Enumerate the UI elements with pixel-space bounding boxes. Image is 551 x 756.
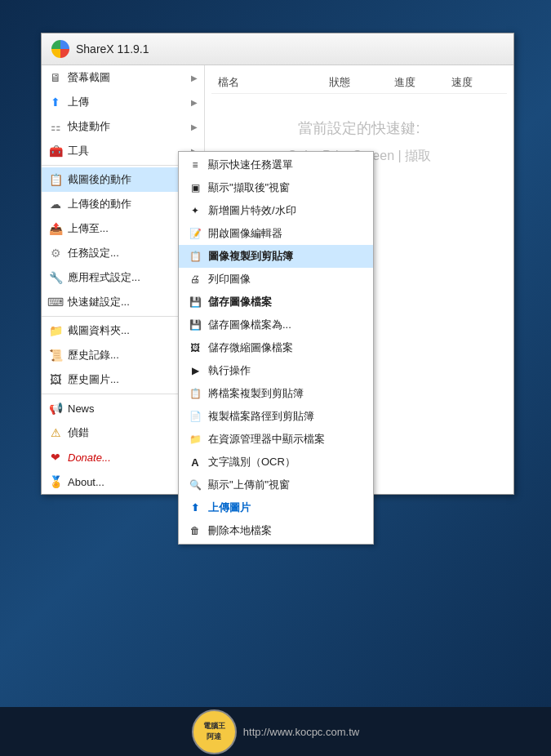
submenu-label-print: 列印圖像 — [208, 272, 251, 287]
quickaction-icon: ⚏ — [48, 119, 63, 134]
submenu-icon-ocr: A — [187, 456, 203, 469]
column-headers: 檔名 狀態 進度 速度 — [211, 72, 507, 94]
footer-logo: 電腦王 阿達 — [192, 709, 237, 754]
submenu-save-image[interactable]: 💾 儲存圖像檔案 — [179, 291, 373, 314]
folder-icon: 📁 — [48, 323, 63, 338]
submenu-delete-file[interactable]: 🗑 刪除本地檔案 — [179, 519, 373, 542]
upload-icon: ⬆ — [48, 95, 63, 109]
sidebar-item-screenshot[interactable]: 🖥 螢幕截圖 ▶ — [42, 65, 204, 90]
submenu-icon-save-thumbnail: 🖼 — [187, 341, 203, 354]
arrow-quickaction: ▶ — [191, 122, 198, 131]
sidebar-label-screenshot: 螢幕截圖 — [68, 70, 191, 85]
sidebar-label-after-capture: 截圖後的動作 — [68, 172, 191, 187]
app-logo — [51, 40, 69, 58]
submenu-icon-before-upload: 🔍 — [187, 478, 203, 491]
arrow-screenshot: ▶ — [191, 73, 198, 82]
history-icon: 📜 — [48, 348, 63, 362]
app-setting-icon: 🔧 — [48, 270, 63, 285]
debug-icon: ⚠ — [48, 425, 63, 440]
sidebar-item-quickaction[interactable]: ⚏ 快捷動作 ▶ — [42, 114, 204, 139]
submenu-icon-print: 🖨 — [187, 273, 203, 286]
after-upload-icon: ☁ — [48, 197, 63, 211]
submenu-show-in-explorer[interactable]: 📁 在資源管理器中顯示檔案 — [179, 428, 373, 451]
col-speed: 速度 — [451, 75, 500, 90]
submenu-icon-effect: ✦ — [187, 204, 203, 217]
hotkey-icon: ⌨ — [48, 295, 63, 309]
submenu-show-before-upload[interactable]: 🔍 顯示"上傳前"視窗 — [179, 474, 373, 496]
app-title: ShareX 11.9.1 — [76, 42, 149, 56]
submenu-icon-save-image-as: 💾 — [187, 318, 203, 331]
submenu-label-after-capture: 顯示"擷取後"視窗 — [208, 180, 290, 195]
history-img-icon: 🖼 — [48, 372, 63, 387]
col-status: 狀態 — [329, 75, 378, 90]
submenu-icon-copy-path: 📄 — [187, 410, 203, 423]
submenu-label-effect: 新增圖片特效/水印 — [208, 203, 296, 218]
submenu-execute[interactable]: ▶ 執行操作 — [179, 359, 373, 382]
col-progress: 進度 — [394, 75, 435, 90]
submenu-icon-editor: 📝 — [187, 227, 203, 240]
donate-icon: ❤ — [48, 450, 63, 465]
submenu-icon-copy-clipboard: 📋 — [187, 250, 203, 263]
submenu-label-delete: 刪除本地檔案 — [208, 523, 272, 538]
submenu-icon-save-image: 💾 — [187, 296, 203, 309]
submenu-label-save-image: 儲存圖像檔案 — [208, 295, 272, 309]
col-filename: 檔名 — [218, 75, 313, 90]
sidebar-label-quickaction: 快捷動作 — [68, 119, 191, 134]
submenu-label-upload-image: 上傳圖片 — [208, 500, 251, 515]
submenu-container: ≡ 顯示快速任務選單 ▣ 顯示"擷取後"視窗 ✦ 新增圖片特效/水印 📝 開啟圖… — [178, 151, 374, 545]
submenu-label-quick-task: 顯示快速任務選單 — [208, 158, 293, 172]
submenu-print[interactable]: 🖨 列印圖像 — [179, 268, 373, 291]
submenu-icon-quick-task: ≡ — [187, 158, 203, 171]
submenu-icon-after-capture: ▣ — [187, 181, 203, 194]
submenu-ocr[interactable]: A 文字識別（OCR） — [179, 451, 373, 474]
sidebar-label-after-upload: 上傳後的動作 — [68, 197, 191, 211]
submenu-icon-execute: ▶ — [187, 364, 203, 377]
footer-url: http://www.kocpc.com.tw — [243, 726, 359, 738]
task-setting-icon: ⚙ — [48, 246, 63, 260]
title-bar: ShareX 11.9.1 — [42, 33, 513, 65]
submenu-label-copy-clipboard: 圖像複製到剪貼簿 — [208, 249, 293, 264]
about-icon: 🏅 — [48, 474, 63, 489]
shortcut-title: 當前設定的快速鍵: — [228, 118, 491, 138]
submenu-label-save-image-as: 儲存圖像檔案為... — [208, 318, 291, 332]
sidebar-label-news: News — [68, 402, 184, 415]
submenu-label-execute: 執行操作 — [208, 363, 251, 378]
arrow-upload: ▶ — [191, 98, 198, 107]
screen-icon: 🖥 — [48, 70, 63, 85]
submenu-save-image-as[interactable]: 💾 儲存圖像檔案為... — [179, 314, 373, 336]
tools-icon: 🧰 — [48, 144, 63, 158]
submenu: ≡ 顯示快速任務選單 ▣ 顯示"擷取後"視窗 ✦ 新增圖片特效/水印 📝 開啟圖… — [178, 151, 374, 545]
submenu-label-editor: 開啟圖像編輯器 — [208, 226, 282, 241]
submenu-icon-explorer: 📁 — [187, 433, 203, 446]
submenu-label-ocr: 文字識別（OCR） — [208, 455, 295, 469]
submenu-add-effect[interactable]: ✦ 新增圖片特效/水印 — [179, 199, 373, 222]
submenu-icon-delete: 🗑 — [187, 524, 203, 537]
footer-bar: 電腦王 阿達 http://www.kocpc.com.tw — [0, 707, 551, 756]
submenu-open-editor[interactable]: 📝 開啟圖像編輯器 — [179, 222, 373, 245]
submenu-copy-clipboard[interactable]: 📋 圖像複製到剪貼簿 — [179, 245, 373, 268]
sidebar-label-debug: 偵錯 — [68, 425, 191, 440]
submenu-label-save-thumbnail: 儲存微縮圖像檔案 — [208, 340, 293, 355]
submenu-save-thumbnail[interactable]: 🖼 儲存微縮圖像檔案 — [179, 336, 373, 359]
submenu-copy-path[interactable]: 📄 複製檔案路徑到剪貼簿 — [179, 405, 373, 428]
submenu-label-before-upload: 顯示"上傳前"視窗 — [208, 478, 290, 492]
desktop: ShareX 11.9.1 🖥 螢幕截圖 ▶ ⬆ 上傳 ▶ ⚏ 快捷動作 — [0, 0, 551, 756]
submenu-label-copy-path: 複製檔案路徑到剪貼簿 — [208, 409, 314, 424]
submenu-show-after-capture[interactable]: ▣ 顯示"擷取後"視窗 — [179, 176, 373, 199]
submenu-icon-copy-file: 📋 — [187, 387, 203, 400]
submenu-show-quick-task[interactable]: ≡ 顯示快速任務選單 — [179, 153, 373, 176]
submenu-label-copy-file: 將檔案複製到剪貼簿 — [208, 386, 304, 401]
submenu-copy-file[interactable]: 📋 將檔案複製到剪貼簿 — [179, 382, 373, 405]
news-icon: 📢 — [48, 401, 63, 416]
submenu-label-explorer: 在資源管理器中顯示檔案 — [208, 432, 325, 447]
submenu-upload-image[interactable]: ⬆ 上傳圖片 — [179, 496, 373, 519]
sidebar-label-upload-to: 上傳至... — [68, 221, 191, 236]
upload-to-icon: 📤 — [48, 221, 63, 236]
after-capture-icon: 📋 — [48, 172, 63, 187]
sidebar-label-upload: 上傳 — [68, 95, 191, 109]
submenu-icon-upload-image: ⬆ — [187, 501, 203, 514]
sidebar-label-tools: 工具 — [68, 144, 191, 158]
sidebar-item-upload[interactable]: ⬆ 上傳 ▶ — [42, 90, 204, 114]
